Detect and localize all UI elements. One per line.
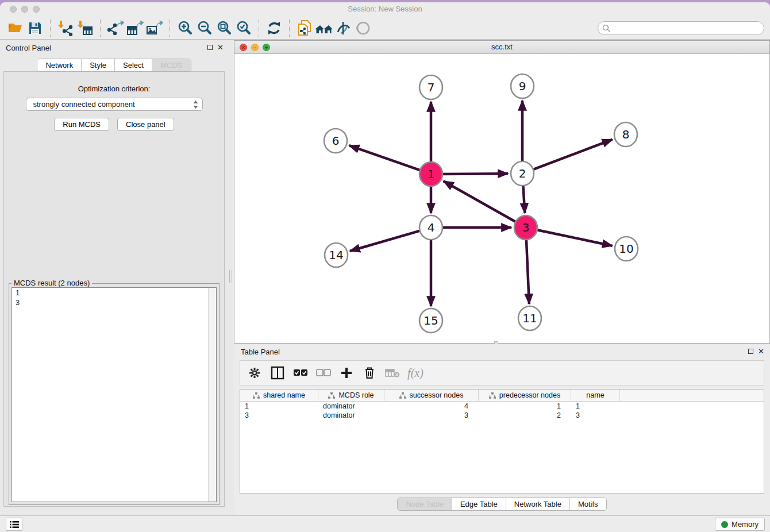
import-network-icon[interactable] — [56, 19, 75, 37]
graph-node-3[interactable]: 3 — [514, 215, 537, 240]
mcds-result-list[interactable]: 1 3 — [11, 287, 217, 502]
show-graphics-details-icon[interactable] — [353, 19, 373, 37]
svg-text:11: 11 — [522, 311, 537, 325]
export-table-icon[interactable] — [125, 19, 145, 37]
cell-mcds-role[interactable]: dominator — [318, 411, 384, 420]
graph-node-2[interactable]: 2 — [511, 161, 534, 186]
control-panel: Control Panel ✕ Network Style Select MCD… — [0, 41, 228, 515]
tab-motifs[interactable]: Motifs — [570, 498, 606, 510]
cell-predecessor-nodes[interactable]: 1 — [479, 402, 571, 411]
panel-layout-icon[interactable] — [269, 364, 286, 381]
graph-node-15[interactable]: 15 — [419, 309, 442, 333]
zoom-out-icon[interactable] — [195, 19, 214, 37]
column-settings-icon[interactable] — [246, 364, 263, 381]
column-header-shared-name[interactable]: shared name — [240, 390, 318, 401]
mcds-result-item[interactable]: 1 — [12, 288, 216, 298]
new-network-from-selection-icon[interactable] — [295, 19, 314, 37]
cell-name[interactable]: 1 — [571, 402, 620, 411]
graph-node-6[interactable]: 6 — [324, 129, 347, 153]
cell-mcds-role[interactable]: dominator — [318, 402, 384, 411]
column-type-icon — [399, 392, 406, 399]
tab-edge-table[interactable]: Edge Table — [452, 498, 506, 510]
table-toolbar: f(x) — [240, 360, 764, 385]
cell-successor-nodes[interactable]: 3 — [384, 411, 479, 420]
graph-node-8[interactable]: 8 — [614, 122, 637, 147]
graph-edge-3-11[interactable] — [526, 238, 529, 304]
list-icon — [10, 521, 19, 529]
toolbar-separator — [170, 20, 170, 37]
graph-node-4[interactable]: 4 — [419, 215, 442, 240]
graph-node-1[interactable]: 1 — [419, 162, 442, 186]
tab-node-table[interactable]: Node Table — [398, 498, 452, 510]
close-table-panel-icon[interactable]: ✕ — [758, 348, 764, 354]
graph-node-11[interactable]: 11 — [518, 306, 541, 330]
graph-edge-3-10[interactable] — [537, 230, 613, 246]
tab-style[interactable]: Style — [82, 59, 115, 71]
float-table-panel-icon[interactable] — [748, 349, 753, 354]
search-input[interactable] — [598, 21, 764, 35]
network-canvas[interactable]: 1234678910111415 — [234, 54, 769, 343]
float-panel-icon[interactable] — [207, 45, 213, 50]
column-header-predecessor-nodes[interactable]: predecessor nodes — [479, 390, 571, 401]
table-row[interactable]: 3 dominator 3 2 3 — [240, 411, 764, 420]
save-session-icon[interactable] — [25, 19, 45, 37]
import-table-icon[interactable] — [75, 19, 95, 37]
column-header-name[interactable]: name — [571, 390, 620, 401]
graph-node-14[interactable]: 14 — [325, 243, 348, 267]
column-header-mcds-role[interactable]: MCDS role — [318, 390, 384, 401]
svg-text:1: 1 — [428, 167, 435, 181]
export-image-icon[interactable] — [145, 19, 164, 37]
graph-node-9[interactable]: 9 — [511, 74, 534, 98]
graph-node-7[interactable]: 7 — [419, 75, 442, 99]
cell-successor-nodes[interactable]: 4 — [384, 402, 479, 411]
memory-status-icon — [721, 521, 728, 528]
table-row[interactable]: 1 dominator 4 1 1 — [240, 402, 764, 411]
tab-network-table[interactable]: Network Table — [506, 498, 570, 510]
criterion-dropdown[interactable]: strongly connected component — [26, 98, 203, 111]
result-scrollbar[interactable] — [208, 288, 216, 502]
column-header-successor-nodes[interactable]: successor nodes — [384, 390, 479, 401]
network-canvas-svg: 1234678910111415 — [234, 54, 769, 344]
zoom-selected-icon[interactable] — [234, 19, 253, 37]
delete-table-icon[interactable] — [384, 364, 401, 381]
cell-shared-name[interactable]: 1 — [240, 402, 318, 411]
select-all-columns-icon[interactable] — [292, 364, 309, 381]
apply-layout-icon[interactable] — [264, 19, 284, 37]
mcds-result-item[interactable]: 3 — [12, 298, 216, 307]
tab-network[interactable]: Network — [37, 59, 82, 71]
table-panel-title: Table Panel — [241, 348, 280, 356]
export-network-icon[interactable] — [106, 19, 125, 37]
graph-edge-1-6[interactable] — [349, 145, 421, 170]
close-panel-button[interactable]: Close panel — [117, 118, 174, 131]
tab-mcds[interactable]: MCDS — [152, 59, 190, 71]
delete-column-icon[interactable] — [361, 364, 378, 381]
close-panel-icon[interactable]: ✕ — [217, 44, 224, 51]
graph-edge-4-14[interactable] — [350, 230, 421, 251]
vertical-splitter[interactable] — [228, 40, 234, 515]
svg-text:4: 4 — [428, 221, 435, 234]
column-type-icon — [489, 392, 496, 399]
hide-panels-icon[interactable] — [334, 19, 353, 37]
tab-select[interactable]: Select — [115, 59, 152, 71]
task-history-button[interactable] — [6, 518, 22, 531]
cell-shared-name[interactable]: 3 — [240, 411, 318, 420]
search-icon — [602, 24, 610, 32]
zoom-in-icon[interactable] — [175, 19, 195, 37]
deselect-all-columns-icon[interactable] — [315, 364, 332, 381]
cell-name[interactable]: 3 — [571, 411, 620, 420]
graph-edge-2-8[interactable] — [533, 140, 613, 169]
graph-edge-3-1[interactable] — [444, 181, 517, 222]
function-builder-icon[interactable]: f(x) — [407, 364, 424, 381]
open-session-icon[interactable] — [6, 19, 25, 37]
graph-node-10[interactable]: 10 — [615, 237, 638, 261]
cell-predecessor-nodes[interactable]: 2 — [479, 411, 571, 420]
graph-edge-2-3[interactable] — [523, 184, 525, 213]
graph-edge-1-2[interactable] — [442, 174, 508, 174]
add-column-icon[interactable] — [338, 364, 355, 381]
run-mcds-button[interactable]: Run MCDS — [54, 118, 109, 131]
zoom-fit-icon[interactable] — [214, 19, 234, 37]
nested-networks-icon[interactable] — [314, 19, 334, 37]
toolbar-separator — [100, 20, 101, 37]
optimization-criterion-label: Optimization criterion: — [4, 84, 224, 93]
memory-button[interactable]: Memory — [715, 518, 765, 531]
